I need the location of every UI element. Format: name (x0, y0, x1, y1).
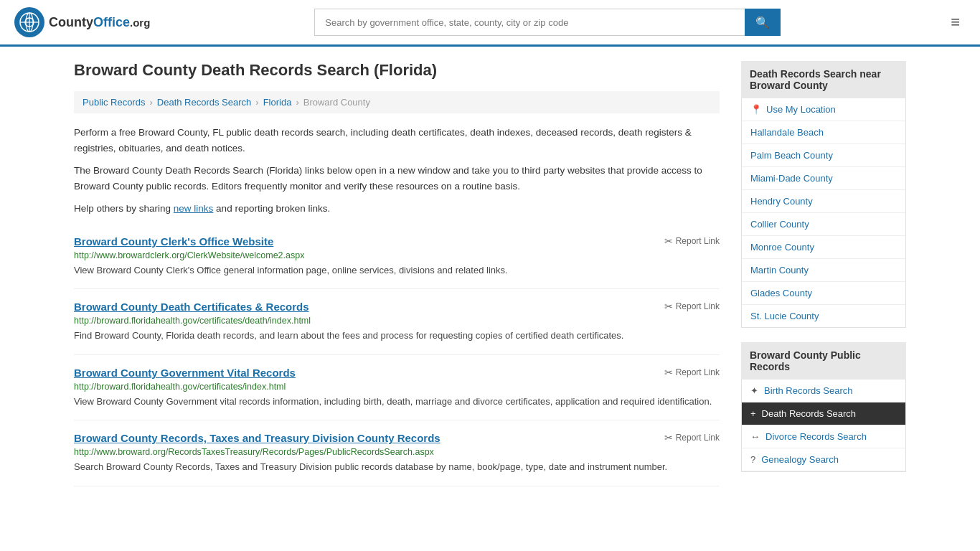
result-header-3: Broward County Records, Taxes and Treasu… (74, 432, 720, 444)
report-label-2: Report Link (676, 367, 720, 377)
breadcrumb-florida[interactable]: Florida (263, 97, 292, 108)
result-item-0: Broward County Clerk's Office Website ✂ … (74, 224, 720, 290)
report-icon-0: ✂ (664, 235, 673, 247)
logo-text: CountyOffice.org (49, 15, 150, 30)
breadcrumb: Public Records › Death Records Search › … (74, 91, 720, 113)
logo-office: Office (93, 15, 130, 29)
result-header-0: Broward County Clerk's Office Website ✂ … (74, 235, 720, 248)
result-title-3[interactable]: Broward County Records, Taxes and Treasu… (74, 432, 440, 444)
result-title-0[interactable]: Broward County Clerk's Office Website (74, 235, 273, 248)
description-para1: Perform a free Broward County, FL public… (74, 125, 720, 156)
result-item-3: Broward County Records, Taxes and Treasu… (74, 420, 720, 486)
report-link-1[interactable]: ✂ Report Link (664, 301, 720, 312)
nearby-link-3[interactable]: Hendry County (742, 190, 905, 213)
sidebar-nearby-links: 📍 Use My Location Hallandale BeachPalm B… (741, 98, 906, 328)
search-icon: 🔍 (755, 16, 770, 29)
rec-label-2: Divorce Records Search (765, 431, 867, 442)
nearby-link-4[interactable]: Collier County (742, 213, 905, 236)
result-url-0[interactable]: http://www.browardclerk.org/ClerkWebsite… (74, 250, 720, 260)
rec-icon-3: ? (750, 454, 755, 465)
result-desc-1: Find Broward County, Florida death recor… (74, 329, 720, 343)
results-container: Broward County Clerk's Office Website ✂ … (74, 224, 720, 486)
breadcrumb-sep-2: › (255, 97, 258, 108)
report-link-2[interactable]: ✂ Report Link (664, 367, 720, 378)
report-label-0: Report Link (676, 236, 720, 246)
content-area: Broward County Death Records Search (Flo… (74, 61, 720, 486)
nearby-link-8[interactable]: St. Lucie County (742, 305, 905, 327)
breadcrumb-sep-1: › (149, 97, 152, 108)
rec-icon-2: ↔ (750, 431, 760, 442)
nearby-link-1[interactable]: Palm Beach County (742, 144, 905, 167)
description-para3: Help others by sharing new links and rep… (74, 201, 720, 217)
nearby-link-2[interactable]: Miami-Dade County (742, 167, 905, 190)
public-records-link-1[interactable]: +Death Records Search (742, 402, 905, 425)
rec-icon-1: + (750, 408, 756, 419)
public-records-container: ✦Birth Records Search+Death Records Sear… (742, 380, 905, 471)
result-url-1[interactable]: http://broward.floridahealth.gov/certifi… (74, 316, 720, 326)
breadcrumb-county: Broward County (303, 97, 370, 108)
search-input[interactable] (314, 9, 745, 36)
result-item-1: Broward County Death Certificates & Reco… (74, 289, 720, 355)
rec-label-3: Genealogy Search (761, 454, 839, 465)
description-para2: The Broward County Death Records Search … (74, 163, 720, 194)
rec-icon-0: ✦ (750, 385, 758, 396)
public-records-link-3[interactable]: ?Genealogy Search (742, 448, 905, 471)
page-title: Broward County Death Records Search (Flo… (74, 61, 720, 80)
report-link-3[interactable]: ✂ Report Link (664, 432, 720, 443)
breadcrumb-death-records[interactable]: Death Records Search (157, 97, 252, 108)
rec-label-1: Death Records Search (762, 408, 857, 419)
result-url-2[interactable]: http://broward.floridahealth.gov/certifi… (74, 382, 720, 392)
report-label-1: Report Link (676, 301, 720, 311)
menu-icon[interactable]: ≡ (945, 10, 966, 34)
logo-icon (14, 7, 44, 37)
sidebar-nearby-section: Death Records Search near Broward County… (741, 61, 906, 328)
new-links-link[interactable]: new links (174, 203, 214, 214)
nearby-link-6[interactable]: Martin County (742, 259, 905, 282)
main-container: Broward County Death Records Search (Flo… (60, 47, 920, 501)
sidebar-public-records-links: ✦Birth Records Search+Death Records Sear… (741, 380, 906, 472)
report-label-3: Report Link (676, 433, 720, 443)
rec-label-0: Birth Records Search (764, 385, 853, 396)
result-desc-0: View Broward County Clerk's Office gener… (74, 263, 720, 278)
search-bar-area: 🔍 (314, 9, 781, 36)
public-records-link-0[interactable]: ✦Birth Records Search (742, 380, 905, 402)
sidebar: Death Records Search near Broward County… (741, 61, 906, 486)
logo-area: CountyOffice.org (14, 7, 150, 37)
result-desc-2: View Broward County Government vital rec… (74, 395, 720, 409)
nearby-link-5[interactable]: Monroe County (742, 236, 905, 259)
nearby-links-container: Hallandale BeachPalm Beach CountyMiami-D… (742, 121, 905, 327)
result-url-3[interactable]: http://www.broward.org/RecordsTaxesTreas… (74, 447, 720, 457)
breadcrumb-sep-3: › (296, 97, 298, 108)
description-para3-prefix: Help others by sharing (74, 203, 174, 214)
result-title-2[interactable]: Broward County Government Vital Records (74, 367, 296, 379)
location-icon: 📍 (750, 104, 762, 115)
report-icon-1: ✂ (664, 301, 673, 312)
result-item-2: Broward County Government Vital Records … (74, 355, 720, 421)
sidebar-public-records-section: Broward County Public Records ✦Birth Rec… (741, 342, 906, 472)
logo-tld: .org (130, 17, 150, 29)
result-title-1[interactable]: Broward County Death Certificates & Reco… (74, 301, 309, 313)
result-desc-3: Search Broward County Records, Taxes and… (74, 460, 720, 474)
nearby-link-0[interactable]: Hallandale Beach (742, 121, 905, 144)
public-records-link-2[interactable]: ↔Divorce Records Search (742, 425, 905, 448)
result-header-2: Broward County Government Vital Records … (74, 367, 720, 379)
report-icon-2: ✂ (664, 367, 673, 378)
sidebar-nearby-header: Death Records Search near Broward County (741, 61, 906, 98)
sidebar-use-location[interactable]: 📍 Use My Location (742, 98, 905, 121)
description-para3-suffix: and reporting broken links. (213, 203, 330, 214)
breadcrumb-public-records[interactable]: Public Records (83, 97, 145, 108)
header: CountyOffice.org 🔍 ≡ (0, 0, 980, 47)
search-button[interactable]: 🔍 (745, 9, 781, 36)
sidebar-public-records-header: Broward County Public Records (741, 342, 906, 380)
report-icon-3: ✂ (664, 432, 673, 443)
use-location-label: Use My Location (766, 104, 836, 115)
result-header-1: Broward County Death Certificates & Reco… (74, 301, 720, 313)
nearby-link-7[interactable]: Glades County (742, 282, 905, 305)
report-link-0[interactable]: ✂ Report Link (664, 235, 720, 247)
